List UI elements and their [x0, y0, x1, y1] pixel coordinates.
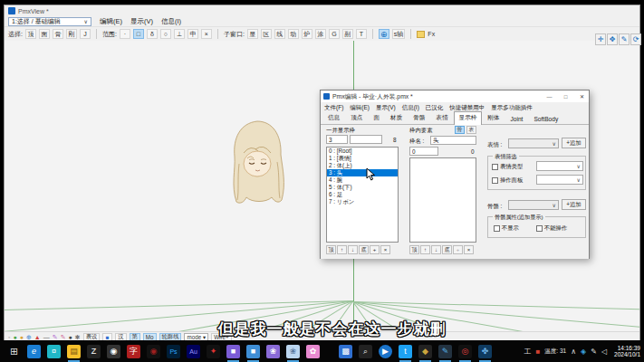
rotate-button[interactable]: ⟳ [630, 33, 641, 45]
range-point-button[interactable]: · [120, 29, 130, 39]
tray-app-icon[interactable]: 工 [524, 347, 532, 357]
pan-button[interactable]: ✛ [595, 33, 606, 45]
menu-edit[interactable]: 编辑(E) [100, 17, 122, 26]
photoshop-icon[interactable]: Ps [167, 345, 180, 358]
hidden-icons-chevron[interactable]: ∧ [571, 348, 576, 356]
move-bottom-button[interactable]: 底 [442, 245, 452, 254]
gizmo-button[interactable]: ⊕ [379, 29, 389, 39]
minimize-button[interactable]: — [543, 91, 556, 101]
list-item-selected[interactable]: 3 : 头 [327, 169, 398, 176]
tab-morph[interactable]: 表情 [430, 111, 453, 124]
subwindow-button-8[interactable]: 副 [342, 29, 353, 39]
list-item[interactable]: 4 : 腕 [327, 176, 398, 184]
file-explorer-icon[interactable]: ▤ [67, 345, 81, 358]
frame-filter-input[interactable] [350, 135, 382, 144]
add-frame-button[interactable]: + [370, 245, 380, 254]
subwindow-button-6[interactable]: 涂 [315, 29, 326, 39]
move-button[interactable]: ✥ [607, 33, 618, 45]
range-clear-button[interactable]: × [201, 29, 212, 39]
subwindow-button-3[interactable]: 线 [274, 29, 285, 39]
list-item[interactable]: 7 : リボン [327, 198, 398, 205]
move-bottom-button[interactable]: 底 [359, 245, 369, 254]
element-morph-toggle[interactable]: 表 [466, 126, 476, 134]
frame-list[interactable]: 0 : [Root] 1 : [表情] 2 : 体(上) 3 : 头 4 : 腕… [326, 147, 399, 243]
taskbar-clock[interactable]: 14:16:39 2024/10/1 [611, 345, 640, 358]
move-up-button[interactable]: ↑ [337, 245, 347, 254]
move-down-button[interactable]: ↓ [348, 245, 358, 254]
evernote-icon[interactable]: ✤ [478, 345, 492, 358]
tab-softbody[interactable]: SoftBody [528, 113, 563, 124]
defender-shield-icon[interactable]: ◈ [581, 348, 586, 356]
start-button[interactable]: ⊞ [7, 345, 21, 358]
gold-app-icon[interactable]: ◆ [418, 345, 432, 358]
window-layout-icon[interactable] [417, 31, 425, 38]
frame-name-input[interactable] [430, 136, 476, 145]
subwindow-button-9[interactable]: T [356, 29, 367, 39]
add-bone-button[interactable]: +追加 [562, 199, 586, 210]
range-circle-button[interactable]: ○ [160, 29, 171, 39]
dialog-titlebar[interactable]: Pmx编辑 - 毕业·人外装.pmx * — □ ✕ [321, 90, 589, 102]
subwindow-button-4[interactable]: 动 [288, 29, 299, 39]
audition-icon[interactable]: Au [187, 345, 200, 358]
menu-view[interactable]: 显示(V) [130, 17, 153, 26]
anime-app-icon[interactable]: ❀ [266, 345, 280, 358]
subwindow-button-7[interactable]: G [329, 29, 340, 39]
list-item[interactable]: 0 : [Root] [327, 148, 398, 155]
element-index-input[interactable] [409, 147, 438, 156]
zoom-button[interactable]: ✎ [619, 33, 630, 45]
add-element-button[interactable]: + [453, 245, 463, 254]
range-box-button[interactable]: □ [133, 29, 144, 39]
range-lasso-button[interactable]: δ [147, 29, 158, 39]
select-vertex-button[interactable]: 顶 [25, 29, 36, 39]
bone-hidden-checkbox[interactable]: 不显示 [494, 224, 519, 233]
element-list[interactable] [409, 157, 476, 243]
record-ring-icon[interactable]: ◎ [458, 345, 472, 358]
list-item[interactable]: 6 : 足 [327, 191, 398, 198]
range-line-button[interactable]: ⊥ [174, 29, 185, 39]
model-head[interactable] [226, 119, 289, 211]
red-editor-icon[interactable]: 字 [127, 345, 140, 358]
paint-hand-icon[interactable]: ✿ [306, 345, 320, 358]
bone-nocontrol-checkbox[interactable]: 不能操作 [536, 224, 567, 233]
element-bone-toggle[interactable]: 骨 [455, 126, 465, 134]
list-item[interactable]: 1 : [表情] [327, 155, 398, 162]
edge-icon[interactable]: e [27, 345, 41, 358]
tray-badge-icon[interactable]: ■ [536, 348, 541, 356]
delete-element-button[interactable]: × [464, 245, 474, 254]
edit-mode-select[interactable]: 1:选择 / 基础编辑 ∨ [8, 17, 91, 26]
twitter-icon[interactable]: t [399, 345, 412, 358]
select-rigid-button[interactable]: 刚 [66, 29, 77, 39]
media-app-icon[interactable]: ◉ [107, 345, 120, 358]
tab-material[interactable]: 材质 [385, 111, 408, 124]
subwindow-button-2[interactable]: 区 [261, 29, 272, 39]
blue-app-icon[interactable]: ■ [246, 345, 260, 358]
firework-app-icon[interactable]: ✦ [207, 345, 220, 358]
frame-index-input[interactable] [326, 135, 348, 144]
maximize-button[interactable]: □ [559, 91, 572, 101]
z-app-icon[interactable]: Z [87, 345, 101, 358]
morph-type-checkbox[interactable]: 表情类型 [492, 163, 523, 171]
search-app-icon[interactable]: ⌕ [359, 345, 372, 358]
morph-type-dropdown[interactable]: ∨ [536, 161, 583, 171]
volume-icon[interactable]: ◁ [601, 348, 607, 356]
delete-frame-button[interactable]: × [380, 245, 390, 254]
move-up-button[interactable]: ↑ [420, 245, 430, 254]
list-item[interactable]: 5 : 体(下) [327, 184, 398, 191]
photos-icon[interactable]: ▩ [339, 345, 352, 358]
morph-panel-checkbox[interactable]: 操作面板 [492, 176, 523, 185]
tab-vertex[interactable]: 顶点 [345, 111, 368, 124]
subwindow-button-5[interactable]: 炉 [302, 29, 312, 39]
select-face-button[interactable]: 面 [39, 29, 50, 39]
add-morph-button[interactable]: +追加 [562, 138, 586, 148]
close-button[interactable]: ✕ [575, 91, 589, 101]
move-top-button[interactable]: 顶 [326, 245, 336, 254]
anime-app-icon-2[interactable]: ❀ [286, 345, 300, 358]
list-item[interactable]: 2 : 体(上) [327, 162, 398, 169]
purple-app-icon[interactable]: ■ [226, 345, 240, 358]
potplayer-icon[interactable]: ▶ [379, 345, 392, 358]
range-center-button[interactable]: 中 [187, 29, 198, 39]
tab-info[interactable]: 信息 [322, 111, 345, 124]
subwindow-button-1[interactable]: 显 [247, 29, 258, 39]
select-bone-button[interactable]: 骨 [53, 29, 63, 39]
menu-info[interactable]: 信息(I) [161, 17, 181, 26]
